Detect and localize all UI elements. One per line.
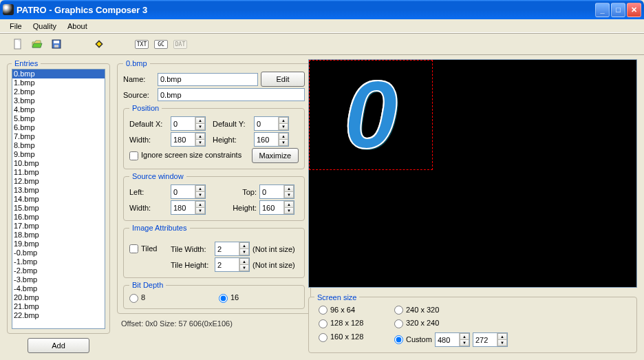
chip-button[interactable] xyxy=(91,36,107,52)
swleft-spinner[interactable]: ▲▼ xyxy=(171,184,206,199)
poswidth-spinner[interactable]: ▲▼ xyxy=(171,132,206,147)
ss-custom[interactable]: Custom xyxy=(394,335,432,345)
properties-group: 0.bmp Name: Edit Source: Position Defaul… xyxy=(117,59,311,314)
list-item[interactable]: -3.bmp xyxy=(12,275,105,284)
ss-160x128[interactable]: 160 x 128 xyxy=(319,332,380,347)
ss-128x128[interactable]: 128 x 128 xyxy=(319,319,380,328)
defy-spinner[interactable]: ▲▼ xyxy=(254,116,289,131)
list-item[interactable]: 8.bmp xyxy=(12,141,105,150)
position-group: Position Default X: ▲▼ Default Y: ▲▼ Wid… xyxy=(123,104,305,169)
list-item[interactable]: 6.bmp xyxy=(12,123,105,132)
list-item[interactable]: -4.bmp xyxy=(12,284,105,293)
ignore-checkbox[interactable] xyxy=(129,151,138,160)
list-item[interactable]: 14.bmp xyxy=(12,195,105,204)
sourcewin-legend: Source window xyxy=(129,172,186,180)
swwidth-label: Width: xyxy=(129,204,168,212)
name-input[interactable] xyxy=(158,73,258,86)
posheight-label: Height: xyxy=(213,136,251,144)
list-item[interactable]: 18.bmp xyxy=(12,231,105,240)
defx-label: Default X: xyxy=(129,120,168,128)
swwidth-spinner[interactable]: ▲▼ xyxy=(171,200,206,215)
minimize-button[interactable]: _ xyxy=(595,3,610,17)
tilew-spinner[interactable]: ▲▼ xyxy=(215,242,250,256)
bitdepth-8[interactable]: 8 xyxy=(129,293,161,303)
export-gc-button[interactable]: GC xyxy=(153,36,169,52)
list-item[interactable]: 0.bmp xyxy=(12,70,105,78)
posheight-spinner[interactable]: ▲▼ xyxy=(254,132,289,147)
list-item[interactable]: 7.bmp xyxy=(12,132,105,141)
tileh-spinner[interactable]: ▲▼ xyxy=(215,257,250,272)
bitdepth-legend: Bit Depth xyxy=(129,281,166,289)
new-file-button[interactable] xyxy=(10,36,26,52)
swtop-spinner[interactable]: ▲▼ xyxy=(259,184,294,199)
maximize-button[interactable]: □ xyxy=(611,3,625,17)
ss-240x320[interactable]: 240 x 320 xyxy=(394,306,627,315)
list-item[interactable]: 12.bmp xyxy=(12,177,105,186)
list-item[interactable]: 1.bmp xyxy=(12,78,105,87)
title-bar: PATRO - Graphics Composer 3 _ □ ✕ xyxy=(0,0,644,19)
export-dat-button: DAT xyxy=(172,36,189,52)
list-item[interactable]: 11.bmp xyxy=(12,168,105,177)
swtop-label: Top: xyxy=(218,188,257,196)
open-file-button[interactable] xyxy=(29,36,45,52)
notint-2: (Not int size) xyxy=(253,261,295,269)
close-button[interactable]: ✕ xyxy=(627,3,641,17)
selection-box: 0 xyxy=(309,60,433,170)
entries-legend: Entries xyxy=(12,59,41,67)
menu-bar: File Quality About xyxy=(0,19,644,33)
customw-spinner[interactable]: ▲▼ xyxy=(435,332,470,347)
ss-320x240[interactable]: 320 x 240 xyxy=(394,319,627,328)
defx-spinner[interactable]: ▲▼ xyxy=(171,116,206,131)
list-item[interactable]: 5.bmp xyxy=(12,114,105,123)
menu-about[interactable]: About xyxy=(62,21,93,32)
defy-label: Default Y: xyxy=(213,120,251,128)
list-item[interactable]: 19.bmp xyxy=(12,240,105,248)
entries-list[interactable]: 0.bmp1.bmp2.bmp3.bmp4.bmp5.bmp6.bmp7.bmp… xyxy=(12,69,105,329)
preview-image: 0 xyxy=(344,59,398,171)
list-item[interactable]: -1.bmp xyxy=(12,257,105,266)
swleft-label: Left: xyxy=(129,188,168,196)
svg-rect-3 xyxy=(54,45,58,47)
tiled-checkbox[interactable] xyxy=(129,244,138,253)
edit-button[interactable]: Edit xyxy=(261,72,305,87)
list-item[interactable]: 15.bmp xyxy=(12,204,105,213)
window-title: PATRO - Graphics Composer 3 xyxy=(17,5,595,15)
entries-group: Entries 0.bmp1.bmp2.bmp3.bmp4.bmp5.bmp6.… xyxy=(7,59,110,334)
list-item[interactable]: 21.bmp xyxy=(12,302,105,311)
menu-quality[interactable]: Quality xyxy=(28,21,62,32)
export-txt-button[interactable]: TXT xyxy=(133,36,150,52)
list-item[interactable]: 9.bmp xyxy=(12,150,105,159)
tiled-checkbox-label[interactable]: Tiled xyxy=(129,244,168,254)
notint-1: (Not int size) xyxy=(253,245,295,253)
ss-96x64[interactable]: 96 x 64 xyxy=(319,306,380,315)
offset-size-line: Offset: 0x0 Size: 57 606(0xE106) xyxy=(117,317,301,328)
list-item[interactable]: 17.bmp xyxy=(12,222,105,231)
bitdepth-16[interactable]: 16 xyxy=(219,293,250,303)
list-item[interactable]: 16.bmp xyxy=(12,213,105,222)
menu-file[interactable]: File xyxy=(4,21,28,32)
app-icon xyxy=(3,4,14,15)
swheight-spinner[interactable]: ▲▼ xyxy=(259,200,294,215)
ignore-checkbox-label[interactable]: Ignore screen size constraints xyxy=(129,151,242,160)
list-item[interactable]: -0.bmp xyxy=(12,248,105,257)
position-legend: Position xyxy=(129,104,162,112)
list-item[interactable]: 10.bmp xyxy=(12,159,105,168)
list-item[interactable]: -2.bmp xyxy=(12,266,105,275)
swheight-label: Height: xyxy=(218,204,257,212)
imgattr-group: Image Attributes Tiled Tile Width: ▲▼ (N… xyxy=(123,224,305,278)
source-label: Source: xyxy=(123,91,155,99)
screensize-group: Screen size 96 x 64 240 x 320 128 x 128 … xyxy=(308,293,637,353)
list-item[interactable]: 13.bmp xyxy=(12,186,105,195)
customh-spinner[interactable]: ▲▼ xyxy=(473,332,508,347)
list-item[interactable]: 2.bmp xyxy=(12,87,105,96)
preview-canvas: 0 xyxy=(308,59,637,288)
bitdepth-group: Bit Depth 8 16 xyxy=(123,281,305,309)
maximize-button[interactable]: Maximize xyxy=(252,148,299,163)
add-button[interactable]: Add xyxy=(28,338,89,353)
source-input[interactable] xyxy=(158,88,305,101)
list-item[interactable]: 3.bmp xyxy=(12,96,105,105)
save-file-button[interactable] xyxy=(48,36,65,52)
list-item[interactable]: 20.bmp xyxy=(12,293,105,302)
list-item[interactable]: 22.bmp xyxy=(12,311,105,320)
list-item[interactable]: 4.bmp xyxy=(12,105,105,114)
